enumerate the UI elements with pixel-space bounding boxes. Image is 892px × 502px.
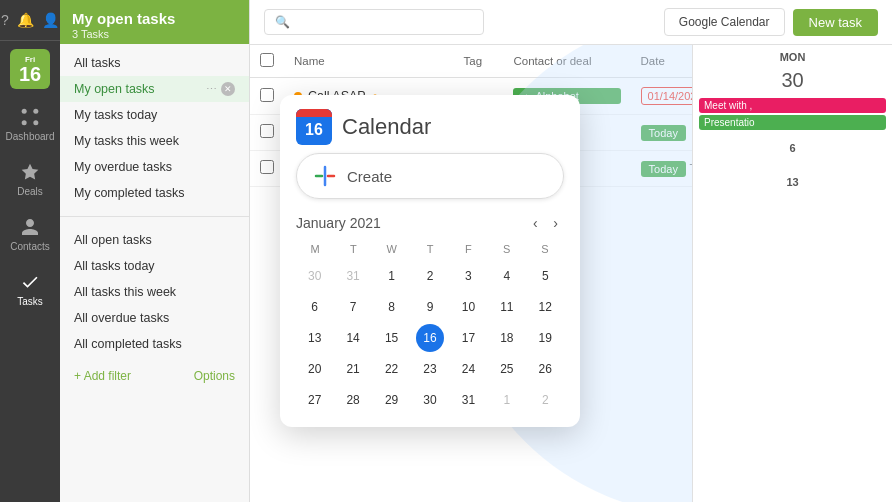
- create-button[interactable]: Create: [296, 153, 564, 199]
- sidebar-item-tasks[interactable]: Tasks: [0, 262, 60, 317]
- cal-day[interactable]: 7: [339, 293, 367, 321]
- cal-grid: M T W T F S S 30 31 1 2 3 4 5: [280, 241, 580, 415]
- cal-day[interactable]: 2: [416, 262, 444, 290]
- cal-day[interactable]: 24: [454, 355, 482, 383]
- cal-day[interactable]: 11: [493, 293, 521, 321]
- cal-day[interactable]: 30: [301, 262, 329, 290]
- edit-icon[interactable]: ⋯: [206, 83, 217, 96]
- cal-nav-arrows: ‹ ›: [527, 213, 564, 233]
- nav-item-actions: ⋯ ✕: [206, 82, 235, 96]
- sidebar-tasks-label: Tasks: [17, 296, 43, 307]
- mini-event-2: Presentatio: [699, 115, 886, 130]
- google-plus-svg: [314, 165, 336, 187]
- nav-divider: [60, 216, 249, 217]
- nav-all-completed-tasks[interactable]: All completed tasks: [60, 331, 249, 357]
- cal-day[interactable]: 12: [531, 293, 559, 321]
- day-label-t1: T: [334, 241, 372, 257]
- nav-all-open-tasks[interactable]: All open tasks: [60, 227, 249, 253]
- cal-day[interactable]: 21: [339, 355, 367, 383]
- nav-my-tasks-today[interactable]: My tasks today: [60, 102, 249, 128]
- col-checkbox: [250, 45, 284, 78]
- sidebar-item-dashboard[interactable]: Dashboard: [0, 97, 60, 152]
- svg-point-2: [22, 120, 27, 125]
- cal-nav: January 2021 ‹ ›: [280, 209, 580, 241]
- nav-all-overdue-tasks[interactable]: All overdue tasks: [60, 305, 249, 331]
- nav-my-open-tasks[interactable]: My open tasks ⋯ ✕: [60, 76, 249, 102]
- nav-title: My open tasks: [72, 10, 237, 27]
- sidebar-item-deals[interactable]: Deals: [0, 152, 60, 207]
- help-icon[interactable]: ?: [1, 12, 9, 28]
- cal-day[interactable]: 27: [301, 386, 329, 414]
- day-label-s2: S: [526, 241, 564, 257]
- cal-day[interactable]: 9: [416, 293, 444, 321]
- row-checkbox-2[interactable]: [260, 124, 274, 138]
- cal-day[interactable]: 3: [454, 262, 482, 290]
- today-badge-2: Today: [641, 125, 686, 141]
- cal-day-selected[interactable]: 16: [416, 324, 444, 352]
- svg-point-0: [22, 109, 27, 114]
- notification-icon[interactable]: 🔔: [17, 12, 34, 28]
- cal-day[interactable]: 14: [339, 324, 367, 352]
- cal-day[interactable]: 20: [301, 355, 329, 383]
- main-area: 🔍 Google Calendar New task Name Tag Cont…: [250, 0, 892, 502]
- nav-header: My open tasks 3 Tasks: [60, 0, 249, 44]
- cal-day[interactable]: 28: [339, 386, 367, 414]
- user-icon[interactable]: 👤: [42, 12, 59, 28]
- cal-day[interactable]: 19: [531, 324, 559, 352]
- cal-next-btn[interactable]: ›: [547, 213, 564, 233]
- nav-all-tasks-week[interactable]: All tasks this week: [60, 279, 249, 305]
- cal-day[interactable]: 2: [531, 386, 559, 414]
- right-col-header: MON: [693, 45, 892, 65]
- cal-day[interactable]: 18: [493, 324, 521, 352]
- cal-day[interactable]: 13: [301, 324, 329, 352]
- sidebar-deals-label: Deals: [17, 186, 43, 197]
- icon-sidebar: ? 🔔 👤 Fri 16 Dashboard Deals Contacts Ta…: [0, 0, 60, 502]
- cal-day[interactable]: 8: [378, 293, 406, 321]
- cal-day[interactable]: 22: [378, 355, 406, 383]
- search-box[interactable]: 🔍: [264, 9, 484, 35]
- cal-day[interactable]: 4: [493, 262, 521, 290]
- cal-day[interactable]: 30: [416, 386, 444, 414]
- nav-my-tasks-week[interactable]: My tasks this week: [60, 128, 249, 154]
- nav-my-overdue-tasks[interactable]: My overdue tasks: [60, 154, 249, 180]
- cal-day[interactable]: 1: [493, 386, 521, 414]
- cal-day[interactable]: 25: [493, 355, 521, 383]
- cal-day[interactable]: 1: [378, 262, 406, 290]
- create-label: Create: [347, 168, 392, 185]
- top-icon-group: ? 🔔 👤: [0, 0, 60, 41]
- nav-all-tasks[interactable]: All tasks: [60, 50, 249, 76]
- cal-day[interactable]: 31: [339, 262, 367, 290]
- google-calendar-button[interactable]: Google Calendar: [664, 8, 785, 36]
- col-contact: Contact or deal: [503, 45, 630, 78]
- cal-day[interactable]: 17: [454, 324, 482, 352]
- cal-month: January 2021: [296, 215, 381, 231]
- day-label-f: F: [449, 241, 487, 257]
- date-badge: Fri 16: [10, 49, 50, 89]
- calendar-icon: 16: [296, 109, 332, 145]
- right-day-num: 30: [693, 65, 892, 96]
- cal-day[interactable]: 29: [378, 386, 406, 414]
- cal-days: 30 31 1 2 3 4 5 6 7 8 9 10 11 12 13: [296, 261, 564, 415]
- add-filter-row: + Add filter Options: [60, 363, 249, 389]
- options-btn[interactable]: Options: [194, 369, 235, 383]
- cal-day[interactable]: 31: [454, 386, 482, 414]
- new-task-button[interactable]: New task: [793, 9, 878, 36]
- nav-my-completed-tasks[interactable]: My completed tasks: [60, 180, 249, 206]
- cal-day[interactable]: 10: [454, 293, 482, 321]
- cal-day[interactable]: 15: [378, 324, 406, 352]
- nav-all-tasks-today[interactable]: All tasks today: [60, 253, 249, 279]
- add-filter-btn[interactable]: + Add filter: [74, 369, 131, 383]
- cal-day[interactable]: 26: [531, 355, 559, 383]
- select-all-checkbox[interactable]: [260, 53, 274, 67]
- row-checkbox-1[interactable]: [260, 88, 274, 102]
- cal-day[interactable]: 6: [301, 293, 329, 321]
- cal-icon-top: [296, 109, 332, 117]
- row-checkbox-3[interactable]: [260, 160, 274, 174]
- sidebar-item-contacts[interactable]: Contacts: [0, 207, 60, 262]
- close-icon[interactable]: ✕: [221, 82, 235, 96]
- cal-day[interactable]: 5: [531, 262, 559, 290]
- today-badge-3: Today: [641, 161, 686, 177]
- cal-day[interactable]: 23: [416, 355, 444, 383]
- svg-point-1: [33, 109, 38, 114]
- cal-prev-btn[interactable]: ‹: [527, 213, 544, 233]
